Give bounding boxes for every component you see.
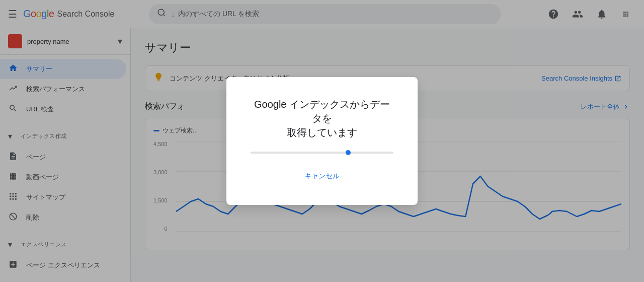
progress-bar-fill bbox=[251, 152, 393, 154]
dialog-title: Google インデックスからデータを取得しています bbox=[251, 97, 393, 139]
loading-dialog: Google インデックスからデータを取得しています キャンセル bbox=[226, 77, 418, 205]
loading-overlay: Google インデックスからデータを取得しています キャンセル bbox=[0, 0, 644, 282]
progress-bar-container bbox=[251, 152, 393, 154]
progress-indicator bbox=[346, 150, 351, 155]
cancel-button[interactable]: キャンセル bbox=[296, 168, 348, 185]
